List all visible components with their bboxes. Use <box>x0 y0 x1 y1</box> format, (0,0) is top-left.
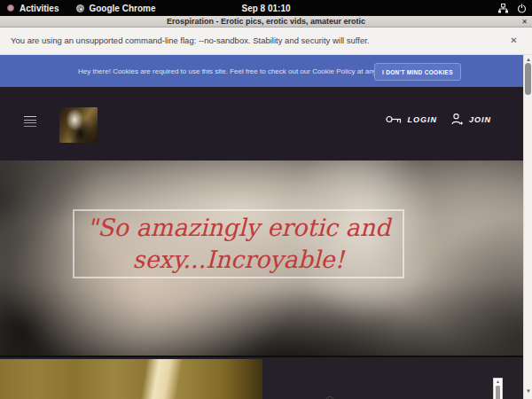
page-scrollbar[interactable]: ▲ ▼ <box>523 55 532 399</box>
site-logo-image[interactable] <box>59 107 98 143</box>
embedded-scroll-up-icon[interactable]: ▲ <box>494 379 502 384</box>
window-title-bar[interactable]: Erospiration - Erotic pics, erotic vids,… <box>0 16 532 27</box>
app-menu-label: Google Chrome <box>89 4 155 13</box>
window-close-button[interactable]: ✕ <box>520 17 529 27</box>
join-button[interactable]: JOIN <box>451 113 491 125</box>
desktop-screen: Activities Google Chrome Sep 8 01:10 <box>0 0 532 399</box>
site-header: LOGIN JOIN <box>0 87 523 160</box>
infobar-close-button[interactable]: ✕ <box>508 35 520 46</box>
hero-carousel: "So amazingly erotic and sexy...Incroyab… <box>0 160 523 356</box>
join-label: JOIN <box>469 115 491 124</box>
activities-button[interactable]: Activities <box>20 4 59 13</box>
cookie-banner: Hey there! Cookies are required to use t… <box>0 55 523 87</box>
scroll-down-arrow[interactable]: ▼ <box>524 387 532 395</box>
embedded-scroll-thumb[interactable] <box>496 386 500 399</box>
system-top-bar: Activities Google Chrome Sep 8 01:10 <box>0 0 532 16</box>
key-icon <box>386 114 402 124</box>
infobar-message: You are using an unsupported command-lin… <box>11 35 370 45</box>
hamburger-menu-icon[interactable] <box>24 116 36 127</box>
hero-quote-box: "So amazingly erotic and sexy...Incroyab… <box>73 209 404 278</box>
chrome-infobar: You are using an unsupported command-lin… <box>0 27 532 55</box>
cookie-accept-button[interactable]: I DON'T MIND COOKIES <box>374 63 461 81</box>
scroll-thumb[interactable] <box>525 63 531 95</box>
close-icon: ✕ <box>521 18 528 26</box>
content-thumbnail-image[interactable] <box>0 359 262 399</box>
close-icon: ✕ <box>510 35 517 45</box>
network-icon <box>498 4 508 13</box>
cookie-message: Hey there! Cookies are required to use t… <box>78 67 394 75</box>
user-plus-icon <box>451 113 464 125</box>
browser-viewport: Hey there! Cookies are required to use t… <box>0 55 523 399</box>
login-button[interactable]: LOGIN <box>386 114 437 124</box>
chrome-icon <box>76 4 84 12</box>
power-icon <box>517 4 527 13</box>
hero-quote-line-1: "So amazingly erotic and <box>74 212 403 244</box>
system-status-area[interactable] <box>498 0 527 16</box>
below-fold-section: ▲ <box>0 356 523 399</box>
embedded-scrollbar[interactable]: ▲ <box>493 378 503 399</box>
recording-status-dot-icon <box>7 4 14 12</box>
login-label: LOGIN <box>407 115 437 124</box>
hero-quote-line-2: sexy...Incroyable! <box>74 244 403 276</box>
window-title: Erospiration - Erotic pics, erotic vids,… <box>167 17 365 26</box>
app-menu[interactable]: Google Chrome <box>76 4 155 13</box>
